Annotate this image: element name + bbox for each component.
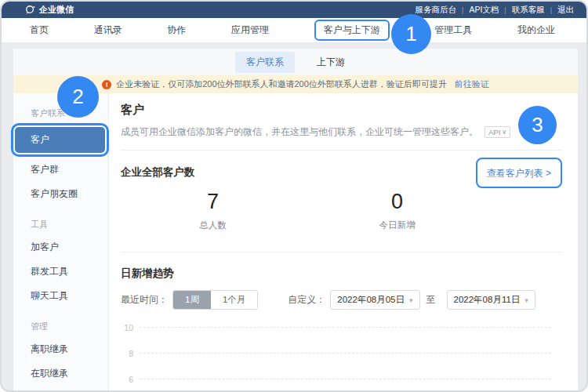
warning-icon: ! [102,80,111,89]
y-axis-tick: 6 [121,375,133,384]
gridline-6: 6 [121,366,562,392]
go-verify-link[interactable]: 前往验证 [455,78,489,90]
sidebar-item-customers[interactable]: 客户 [15,127,105,153]
time-range-toggle: 1周 1个月 [172,290,258,310]
sidebar-item-customer-groups[interactable]: 客户群 [13,158,108,182]
to-label: 至 [426,293,436,307]
nav-item-collaboration[interactable]: 协作 [167,24,186,37]
sidebar-item-customer-moments[interactable]: 客户朋友圈 [13,182,108,206]
toggle-one-month[interactable]: 1个月 [211,291,257,309]
logout-link[interactable]: 退出 [557,5,574,16]
customer-stats: 7 总人数 0 今日新增 [121,190,489,231]
sidebar-item-resigned-inheritance[interactable]: 离职继承 [13,337,108,361]
contact-support-link[interactable]: 联系客服 [512,5,545,16]
date-from-value: 2022年08月05日 [337,294,405,306]
stat-total-value: 7 [121,190,305,214]
divider: | [550,6,552,14]
nav-item-admin-tools[interactable]: 管理工具 [434,24,472,37]
date-from-select[interactable]: 2022年08月05日 ▾ [330,290,419,310]
sidebar-item-group-message-tool[interactable]: 群发工具 [13,260,108,284]
top-bar: 企业微信 服务商后台 | API文档 | 联系客服 | 退出 [2,2,586,18]
main-nav: 首页 通讯录 协作 应用管理 客户与上下游 管理工具 我的企业 [2,18,586,42]
tabs-row: 客户联系 上下游 [13,49,578,75]
page-title: 客户 [121,103,562,118]
nav-item-home[interactable]: 首页 [30,24,49,37]
wechat-work-logo-icon [25,5,35,15]
annotation-step-2-badge: 2 [57,76,99,118]
page-description: 成员可用企业微信添加客户的微信，并在这里与他们联系，企业可统一管理这些客户。 [121,125,478,139]
toggle-one-week[interactable]: 1周 [173,291,211,309]
gridline [140,327,551,328]
view-customer-list-callout-box: 查看客户列表 > [476,158,562,188]
nav-item-customers-highlighted[interactable]: 客户与上下游 [314,20,390,41]
section-divider [121,252,562,252]
y-axis-tick: 8 [121,349,133,358]
gridline-8: 8 [121,340,562,366]
api-docs-link[interactable]: API文档 [469,5,499,16]
stat-new-today-value: 0 [305,190,489,214]
sidebar-item-add-customers[interactable]: 加客户 [13,235,108,260]
gridline [140,353,551,354]
sidebar-section-management: 管理 [13,316,108,337]
stat-new-today-label: 今日新增 [305,220,489,231]
api-dropdown-badge[interactable]: API ∨ [485,126,510,138]
api-badge-label: API [488,128,500,136]
sidebar-section-tools: 工具 [13,214,108,235]
service-provider-link[interactable]: 服务商后台 [416,5,457,16]
recent-time-label: 最近时间： [121,293,168,307]
chevron-down-icon: ∨ [502,129,506,136]
app-window: 企业微信 服务商后台 | API文档 | 联系客服 | 退出 首页 通讯录 协作… [0,0,588,392]
sidebar-item-active-inheritance[interactable]: 在职继承 [13,361,108,386]
stats-section-title: 企业全部客户数 [121,165,195,180]
y-axis-tick: 10 [121,323,133,332]
gridline-10: 10 [121,314,562,340]
page-body: 客户联系 客户 客户群 客户朋友圈 工具 加客户 群发工具 聊天工具 管理 离职… [13,93,578,392]
main-content: 客户 成员可用企业微信添加客户的微信，并在这里与他们联系，企业可统一管理这些客户… [109,93,578,392]
date-to-value: 2022年08月11日 [454,294,521,306]
tab-customer-contact[interactable]: 客户联系 [235,52,295,73]
custom-range-label: 自定义： [288,293,325,307]
trend-controls: 最近时间： 1周 1个月 自定义： 2022年08月05日 ▾ 至 2022年0… [121,290,562,310]
nav-item-app-management[interactable]: 应用管理 [231,24,269,37]
annotation-step-1-badge: 1 [391,14,431,54]
view-customer-list-link[interactable]: 查看客户列表 > [487,168,551,179]
logo-text: 企业微信 [39,4,74,16]
nav-item-my-company[interactable]: 我的企业 [517,24,555,37]
stat-new-today: 0 今日新增 [305,190,489,231]
sidebar-item-customer-tags[interactable]: 企业客户标签 [13,386,108,392]
notice-text: 企业未验证，仅可添加200位外部联系人和邀请200位外部联系人进群，验证后即可提… [116,78,447,90]
date-to-select[interactable]: 2022年08月11日 ▾ [447,290,535,310]
page-description-row: 成员可用企业微信添加客户的微信，并在这里与他们联系，企业可统一管理这些客户。 A… [121,125,562,139]
section-divider [121,150,562,151]
select-caret-icon: ▾ [524,296,528,304]
sidebar-item-chat-tool[interactable]: 聊天工具 [13,284,108,308]
trend-section-title: 日新增趋势 [121,267,562,281]
wechat-work-logo: 企业微信 [25,4,74,16]
tab-upstream-downstream[interactable]: 上下游 [306,52,356,73]
nav-item-contacts[interactable]: 通讯录 [94,24,122,37]
trend-chart: 10 8 6 4 [121,314,562,392]
stat-total: 7 总人数 [121,190,305,231]
customer-stats-header: 企业全部客户数 查看客户列表 > [121,157,562,188]
select-caret-icon: ▾ [409,296,413,304]
gridline [140,379,551,379]
divider: | [462,6,463,14]
divider: | [504,6,506,14]
stat-total-label: 总人数 [121,220,305,231]
annotation-step-3-badge: 3 [518,106,557,144]
sidebar: 客户联系 客户 客户群 客户朋友圈 工具 加客户 群发工具 聊天工具 管理 离职… [13,93,109,392]
top-links: 服务商后台 | API文档 | 联系客服 | 退出 [416,5,574,16]
